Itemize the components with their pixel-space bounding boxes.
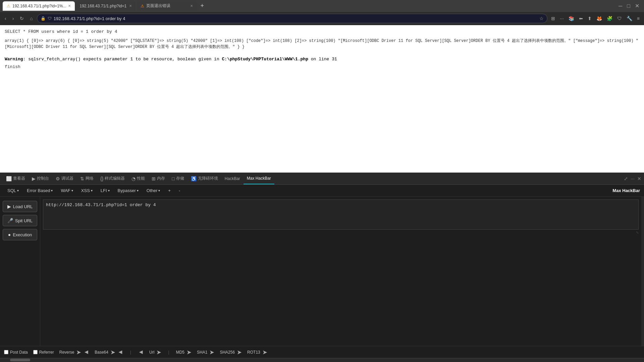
back-nav-icon[interactable]: ⬅ bbox=[577, 15, 585, 22]
star-icon[interactable]: ☆ bbox=[539, 16, 544, 21]
menu-bypasser[interactable]: Bypasser ▾ bbox=[114, 187, 142, 194]
devtools-performance[interactable]: ◔ 性能 bbox=[128, 173, 148, 184]
menu-xss-arrow: ▾ bbox=[91, 189, 93, 192]
devtools-style[interactable]: {} 样式编辑器 bbox=[97, 173, 128, 184]
addon2-icon[interactable]: 🔧 bbox=[625, 15, 634, 22]
reverse-decode-btn[interactable]: ◄ bbox=[83, 349, 89, 356]
warning-path: C:\phpStudy\PHPTutorial\WWW\1.php bbox=[222, 57, 308, 62]
menu-dots-icon[interactable]: ··· bbox=[558, 15, 566, 22]
side-scrollbar[interactable] bbox=[641, 197, 644, 346]
menu-minus[interactable]: - bbox=[175, 187, 183, 194]
tab-2[interactable]: 192.168.43.71/1.php?id=1 ✕ bbox=[75, 1, 136, 11]
maximize-button[interactable]: □ bbox=[625, 2, 632, 10]
new-tab-button[interactable]: + bbox=[198, 2, 207, 9]
tab-3[interactable]: ⚠ 页面退出错误 ✕ bbox=[137, 1, 197, 11]
hamburger-icon[interactable]: ≡ bbox=[635, 15, 641, 22]
load-url-icon: ▶ bbox=[7, 204, 11, 209]
spit-url-button[interactable]: 🎤 Spit URL bbox=[3, 215, 37, 226]
load-url-button[interactable]: ▶ Load URL bbox=[3, 201, 37, 212]
tab-close-2[interactable]: ✕ bbox=[129, 4, 132, 8]
menu-other[interactable]: Other ▾ bbox=[143, 187, 164, 194]
bookmark-icon[interactable]: 📚 bbox=[567, 15, 576, 22]
forward-nav-icon[interactable]: ⬆ bbox=[586, 15, 593, 22]
sha256-label: SHA256 bbox=[220, 350, 235, 355]
post-data-option[interactable]: Post Data bbox=[4, 350, 28, 355]
panel-expand-icon[interactable]: ⤢ bbox=[624, 176, 628, 181]
devtools-console[interactable]: ▶ 控制台 bbox=[29, 173, 52, 184]
hackbar-url-input[interactable]: http://192.168.43.71/1.php?id=1 order by… bbox=[43, 199, 639, 230]
url-decode-btn[interactable]: ◄ bbox=[138, 349, 144, 356]
array-output: array(1) { [0]=> array(6) { [0]=> string… bbox=[5, 38, 639, 50]
referrer-option[interactable]: Referrer bbox=[33, 350, 54, 355]
devtools-inspector[interactable]: ⬜ 查看器 bbox=[3, 173, 29, 184]
hackbar-label: HackBar bbox=[225, 176, 240, 181]
memory-label: 内存 bbox=[157, 176, 165, 181]
tab-1[interactable]: ⚠ 192.168.43.71/1.php?id=1%... ✕ bbox=[3, 1, 75, 11]
menu-sql[interactable]: SQL ▾ bbox=[4, 187, 22, 194]
tab-bar: ⚠ 192.168.43.71/1.php?id=1%... ✕ 192.168… bbox=[0, 0, 644, 12]
refresh-button[interactable]: ↻ bbox=[18, 14, 26, 22]
scrollbar-thumb[interactable] bbox=[10, 359, 30, 361]
menu-other-label: Other bbox=[147, 188, 158, 193]
menu-error-based[interactable]: Error Based ▾ bbox=[23, 187, 56, 194]
md5-btn[interactable]: ➤ bbox=[186, 349, 192, 356]
close-browser-button[interactable]: ✕ bbox=[633, 1, 641, 10]
warning-label: Warning bbox=[5, 57, 23, 62]
sha256-btn[interactable]: ➤ bbox=[237, 349, 242, 356]
hackbar-menu: SQL ▾ Error Based ▾ WAF ▾ XSS ▾ LFI ▾ By… bbox=[0, 185, 644, 197]
referrer-label: Referrer bbox=[39, 350, 54, 355]
rot13-label: ROT13 bbox=[247, 350, 260, 355]
devtools-memory[interactable]: ⊞ 内存 bbox=[148, 173, 168, 184]
spit-url-icon: 🎤 bbox=[7, 218, 13, 223]
menu-plus[interactable]: + bbox=[165, 187, 174, 194]
post-data-checkbox[interactable] bbox=[4, 350, 8, 354]
hackbar-input-area: http://192.168.43.71/1.php?id=1 order by… bbox=[40, 197, 641, 346]
url-decode-section: ◄ bbox=[138, 349, 144, 356]
devtools-storage[interactable]: □ 存储 bbox=[168, 173, 187, 184]
minimize-button[interactable]: ─ bbox=[616, 2, 624, 10]
firefox-icon[interactable]: 🦊 bbox=[595, 15, 604, 22]
devtools-topbar: ⬜ 查看器 ▶ 控制台 ⚙ 调试器 ⇅ 网络 {} 样式编辑器 ◔ 性能 ⊞ 内… bbox=[0, 173, 644, 185]
md5-section: MD5 ➤ bbox=[176, 349, 192, 356]
devtools-maxhackbar[interactable]: Max HackBar bbox=[244, 173, 274, 184]
menu-bypasser-label: Bypasser bbox=[118, 188, 136, 193]
referrer-checkbox[interactable] bbox=[33, 350, 38, 354]
url-input[interactable] bbox=[54, 16, 537, 21]
devtools-network[interactable]: ⇅ 网络 bbox=[77, 173, 97, 184]
menu-lfi[interactable]: LFI ▾ bbox=[97, 187, 113, 194]
md5-label: MD5 bbox=[176, 350, 184, 355]
menu-sql-arrow: ▾ bbox=[17, 189, 19, 192]
hackbar-panel: ⬜ 查看器 ▶ 控制台 ⚙ 调试器 ⇅ 网络 {} 样式编辑器 ◔ 性能 ⊞ 内… bbox=[0, 173, 644, 362]
back-button[interactable]: ‹ bbox=[3, 14, 8, 22]
tab-close-1[interactable]: ✕ bbox=[68, 4, 71, 8]
menu-lfi-arrow: ▾ bbox=[108, 189, 110, 192]
panel-close-icon[interactable]: ✕ bbox=[637, 176, 641, 181]
url-encode-btn[interactable]: ➤ bbox=[156, 349, 161, 356]
extensions-icon[interactable]: ⊞ bbox=[549, 15, 557, 22]
shield-nav-icon[interactable]: 🛡 bbox=[615, 15, 624, 22]
resize-handle[interactable]: ⤡ bbox=[43, 231, 639, 234]
menu-waf[interactable]: WAF ▾ bbox=[57, 187, 76, 194]
panel-more-icon[interactable]: ··· bbox=[631, 176, 635, 181]
execution-button[interactable]: ● Execution bbox=[3, 229, 37, 240]
home-button[interactable]: ⌂ bbox=[28, 14, 35, 22]
devtools-accessibility[interactable]: ♿ 无障碍环境 bbox=[187, 173, 221, 184]
reverse-encode-btn[interactable]: ➤ bbox=[76, 349, 81, 356]
devtools-hackbar[interactable]: HackBar bbox=[221, 173, 244, 184]
base64-decode-btn[interactable]: ◄ bbox=[117, 349, 123, 356]
tab-close-3[interactable]: ✕ bbox=[190, 4, 193, 8]
rot13-section: ROT13 ➤ bbox=[247, 349, 267, 356]
devtools-debugger[interactable]: ⚙ 调试器 bbox=[52, 173, 77, 184]
sha1-section: SHA1 ➤ bbox=[197, 349, 214, 356]
rot13-btn[interactable]: ➤ bbox=[262, 349, 267, 356]
addon-icon[interactable]: 🧩 bbox=[605, 15, 614, 22]
menu-xss[interactable]: XSS ▾ bbox=[78, 187, 96, 194]
sha1-btn[interactable]: ➤ bbox=[209, 349, 214, 356]
bottom-scrollbar[interactable] bbox=[0, 358, 644, 362]
reverse-label: Reverse bbox=[59, 350, 74, 355]
tab-title-3: 页面退出错误 bbox=[146, 3, 170, 9]
post-data-label: Post Data bbox=[10, 350, 28, 355]
base64-encode-btn[interactable]: ➤ bbox=[110, 349, 115, 356]
forward-button[interactable]: › bbox=[10, 14, 16, 22]
nav-bar: ‹ › ↻ ⌂ 🔒 🛡 ☆ ⊞ ··· 📚 ⬅ ⬆ 🦊 🧩 🛡 🔧 ≡ bbox=[0, 12, 644, 25]
